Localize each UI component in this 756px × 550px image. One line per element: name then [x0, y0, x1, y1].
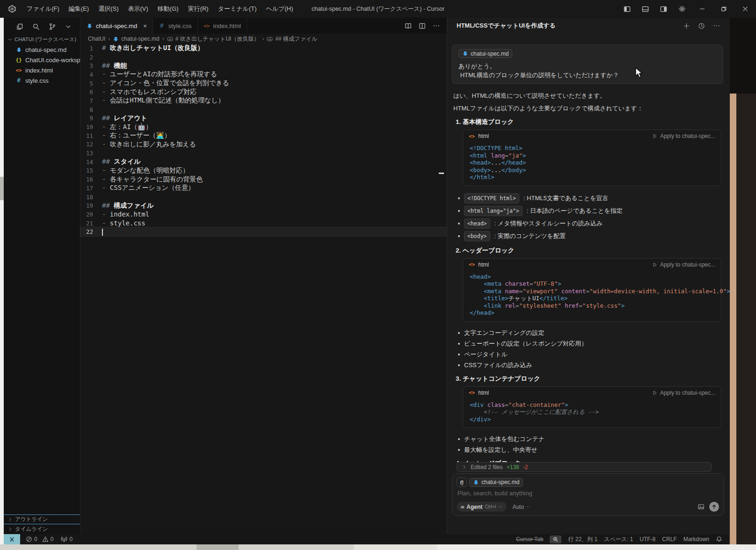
tab-style.css[interactable]: #style.css [153, 18, 198, 34]
sidebar-item-chatui-spec.md[interactable]: chatui-spec.md [4, 44, 80, 55]
user-message-text: ありがとう。 [458, 62, 717, 71]
bullet-text: CSSファイルの読み込み [464, 361, 532, 369]
add-context-button[interactable]: @ [457, 478, 467, 487]
inline-code-chip: <body> [464, 231, 490, 241]
status-notifications-icon[interactable] [716, 536, 722, 543]
status-cursor-position[interactable]: 行 22、列 1 [568, 536, 597, 543]
tab-label: index.html [213, 22, 241, 29]
md-icon [113, 36, 119, 42]
breadcrumb-item[interactable]: ab## 構成ファイル [267, 35, 317, 43]
source-control-icon[interactable] [49, 23, 56, 30]
line-number: 6 [80, 88, 102, 95]
context-file-chip[interactable]: chatui-spec.md [469, 478, 523, 487]
new-chat-icon[interactable] [683, 22, 690, 29]
error-icon [26, 536, 32, 543]
code-language-label: html [478, 133, 489, 139]
explorer-icon[interactable] [16, 23, 23, 30]
activity-bar [4, 18, 80, 35]
minimize-button[interactable] [691, 0, 713, 18]
remote-indicator[interactable] [4, 534, 20, 544]
more-actions-icon[interactable]: ⋯ [433, 22, 440, 30]
menu-f[interactable]: ファイル(F) [22, 0, 64, 18]
breadcrumb-item[interactable]: ChatUI [88, 36, 105, 42]
pane-outline[interactable]: アウトライン [4, 514, 80, 524]
tab-index.html[interactable]: <>index.html [198, 18, 247, 34]
agent-mode-selector[interactable]: ∞ Agent Ctrl+I [457, 502, 507, 512]
bullet-dot [458, 235, 460, 237]
taskbar-segment [437, 544, 756, 550]
chat-more-icon[interactable]: ⋯ [713, 22, 720, 30]
editor-content[interactable]: 1# 吹き出しチャットUI（改良版）23## 機能4- ユーザーとAIの対話形式… [80, 44, 447, 534]
menu-g[interactable]: 移動(G) [153, 0, 183, 18]
pane-timeline[interactable]: タイムライン [4, 524, 80, 534]
status-encoding[interactable]: UTF-8 [640, 536, 655, 543]
bullet-text: : 実際のコンテンツを配置 [494, 232, 566, 240]
os-taskbar [0, 544, 756, 550]
menu-h[interactable]: ヘルプ(H) [262, 0, 298, 18]
context-chips: @ chatui-spec.md [452, 474, 724, 487]
menu-t[interactable]: ターミナル(T) [213, 0, 262, 18]
agent-mode-label: Agent [466, 504, 482, 510]
settings-gear-icon[interactable] [673, 5, 691, 13]
chat-input-box[interactable]: @ chatui-spec.md ∞ Agent Ctrl+I Auto [452, 473, 724, 516]
menu-e[interactable]: 編集(E) [64, 0, 94, 18]
close-tab-icon[interactable]: × [143, 23, 147, 29]
apply-button[interactable]: Apply to chatui-spec... [652, 133, 715, 139]
code-block: <>htmlApply to chatui-spec...<!DOCTYPE h… [463, 130, 721, 186]
editor-line-21: 21- style.css [80, 219, 447, 228]
toggle-right-panel-icon[interactable] [654, 6, 673, 13]
line-content: # 吹き出しチャットUI（改良版） [102, 44, 204, 52]
status-cursor-tab[interactable]: Cursor Tab [516, 536, 543, 543]
menu-s[interactable]: 選択(S) [94, 0, 123, 18]
status-language-mode[interactable]: Markdown [683, 536, 709, 543]
explorer-section-header[interactable]: CHATUI (ワークスペース) [4, 35, 80, 44]
menu-r[interactable]: 実行(R) [183, 0, 213, 18]
editor-line-22: 22 [80, 227, 447, 236]
chat-input[interactable] [458, 490, 673, 500]
breadcrumb-item[interactable]: ab# 吹き出しチャットUI（改良版） [167, 35, 260, 43]
ports-indicator[interactable]: 0 [61, 536, 73, 543]
tab-chatui-spec.md[interactable]: chatui-spec.md× [80, 18, 153, 34]
menubar: ファイル(F)編集(E)選択(S)表示(V)移動(G)実行(R)ターミナル(T)… [22, 0, 298, 18]
breadcrumb-item[interactable]: chatui-spec.md [113, 36, 159, 42]
attached-file-name: chatui-spec.md [471, 51, 509, 57]
search-icon[interactable] [32, 23, 40, 30]
open-changes-icon[interactable] [405, 22, 412, 29]
status-zoom-button-icon[interactable] [550, 536, 561, 543]
attach-image-icon[interactable] [698, 503, 705, 510]
sidebar-item-style.css[interactable]: #style.css [4, 75, 80, 86]
close-button[interactable] [734, 0, 756, 18]
line-number: 18 [80, 194, 102, 201]
file-name: style.css [25, 77, 49, 84]
restore-button[interactable] [713, 0, 734, 18]
attached-file-chip[interactable]: chatui-spec.md [458, 49, 512, 58]
more-views-chevron-icon[interactable] [65, 23, 72, 30]
text-cursor [102, 229, 103, 236]
background-window-notch [0, 177, 4, 200]
code-line: <head> [470, 273, 721, 281]
user-message: chatui-spec.mdありがとう。 HTML構造のブロック単位の説明をして… [452, 44, 723, 84]
sidebar-item-ChatUI.code-workspace[interactable]: {}ChatUI.code-workspace [4, 55, 80, 65]
status-eol[interactable]: CRLF [662, 536, 676, 543]
md-file-icon [15, 47, 22, 53]
inline-code-chip: <!DOCTYPE html> [464, 193, 519, 203]
problems-indicator[interactable]: 0 0 [26, 536, 53, 543]
apply-button[interactable]: Apply to chatui-spec... [652, 390, 715, 396]
status-indent[interactable]: スペース: 1 [604, 536, 633, 543]
split-editor-icon[interactable] [419, 22, 426, 29]
toggle-bottom-panel-icon[interactable] [636, 6, 654, 13]
toggle-left-panel-icon[interactable] [618, 6, 636, 13]
code-line: </html> [470, 174, 721, 181]
send-button[interactable] [709, 502, 719, 512]
hash-file-icon: # [15, 78, 22, 83]
bullet-item: <!DOCTYPE html>: HTML5文書であることを宣言 [458, 193, 730, 203]
model-selector[interactable]: Auto [512, 504, 530, 510]
code-block-body: <div class="chat-container"> <!-- メッセージが… [463, 399, 721, 428]
edited-files-bar[interactable]: Edited 2 files +138 -2 [457, 462, 712, 472]
chat-history-icon[interactable] [698, 22, 705, 29]
menu-v[interactable]: 表示(V) [124, 0, 153, 18]
section-heading: 1. 基本構造ブロック [456, 118, 730, 126]
svg-text:ab: ab [269, 37, 271, 40]
apply-button[interactable]: Apply to chatui-spec... [652, 261, 715, 268]
sidebar-item-index.html[interactable]: <>index.html [4, 65, 80, 75]
